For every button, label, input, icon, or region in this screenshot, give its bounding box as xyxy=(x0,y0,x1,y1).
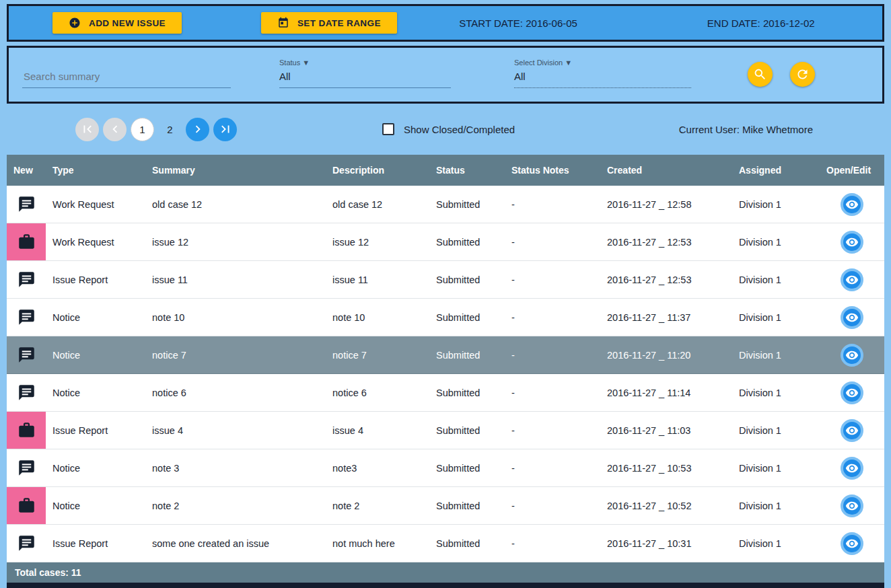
status-notes-cell: - xyxy=(505,449,600,487)
status-notes-cell: - xyxy=(505,261,600,299)
new-cell xyxy=(7,299,46,336)
eye-icon xyxy=(845,311,859,324)
status-cell: Submitted xyxy=(429,186,505,223)
assigned-cell: Division 1 xyxy=(732,374,820,412)
assigned-cell: Division 1 xyxy=(732,336,820,374)
open-edit-cell xyxy=(820,374,884,412)
summary-cell: notice 6 xyxy=(145,374,326,412)
table-row[interactable]: Issue Report issue 4 issue 4 Submitted -… xyxy=(7,412,884,449)
search-button[interactable] xyxy=(748,62,773,87)
briefcase-icon xyxy=(7,487,46,524)
open-edit-button[interactable] xyxy=(841,231,863,254)
set-date-range-button[interactable]: SET DATE RANGE xyxy=(261,12,397,34)
open-edit-button[interactable] xyxy=(841,457,863,480)
prev-page-button[interactable] xyxy=(103,118,127,141)
open-edit-button[interactable] xyxy=(841,532,863,555)
first-page-icon xyxy=(80,122,95,137)
search-icon xyxy=(753,67,767,81)
col-header-assigned: Assigned xyxy=(732,155,820,186)
table-row[interactable]: Work Request issue 12 issue 12 Submitted… xyxy=(7,223,884,261)
table-row[interactable]: Notice notice 6 notice 6 Submitted - 201… xyxy=(7,374,884,412)
status-notes-cell: - xyxy=(505,525,600,562)
next-page-button[interactable] xyxy=(186,118,209,141)
end-date-label: END DATE: 2016-12-02 xyxy=(639,17,882,29)
status-cell: Submitted xyxy=(429,261,505,299)
refresh-button[interactable] xyxy=(790,62,815,87)
type-cell: Work Request xyxy=(46,186,145,223)
open-edit-button[interactable] xyxy=(841,268,863,291)
open-edit-button[interactable] xyxy=(841,344,863,367)
summary-cell: issue 12 xyxy=(145,223,326,261)
description-cell: issue 4 xyxy=(326,412,429,449)
status-cell: Submitted xyxy=(429,487,505,525)
table-row[interactable]: Notice note 10 note 10 Submitted - 2016-… xyxy=(7,299,884,336)
table-row[interactable]: Notice note 2 note 2 Submitted - 2016-11… xyxy=(7,487,884,525)
status-notes-cell: - xyxy=(505,336,600,374)
chat-icon xyxy=(7,186,46,223)
show-closed-label[interactable]: Show Closed/Completed xyxy=(404,124,515,135)
eye-icon xyxy=(845,499,859,513)
open-edit-cell xyxy=(820,186,884,223)
status-notes-cell: - xyxy=(505,299,600,336)
table-row[interactable]: Notice note 3 note3 Submitted - 2016-11-… xyxy=(7,449,884,487)
description-cell: note 2 xyxy=(326,487,429,525)
chat-icon xyxy=(7,299,46,336)
type-cell: Work Request xyxy=(46,223,145,261)
page-1-button[interactable]: 1 xyxy=(131,118,154,141)
summary-cell: note 10 xyxy=(145,299,326,336)
show-closed-checkbox-group: Show Closed/Completed xyxy=(382,123,515,135)
eye-icon xyxy=(845,537,859,550)
new-cell xyxy=(7,223,46,261)
eye-icon xyxy=(845,424,859,437)
briefcase-icon xyxy=(7,412,46,449)
col-header-status-notes: Status Notes xyxy=(505,155,600,186)
last-page-button[interactable] xyxy=(213,118,237,141)
type-cell: Issue Report xyxy=(46,525,145,562)
page-2-button[interactable]: 2 xyxy=(158,118,182,141)
summary-cell: note 3 xyxy=(145,449,326,487)
prev-page-icon xyxy=(108,122,122,137)
status-filter-value[interactable]: All xyxy=(279,71,451,87)
first-page-button[interactable] xyxy=(75,118,99,141)
assigned-cell: Division 1 xyxy=(732,449,820,487)
created-cell: 2016-11-27 _ 10:53 xyxy=(600,449,732,487)
new-cell xyxy=(7,525,46,562)
division-filter-dropdown[interactable]: Select Division ▼ All xyxy=(514,59,691,88)
table-row[interactable]: Work Request old case 12 old case 12 Sub… xyxy=(7,186,884,223)
summary-cell: old case 12 xyxy=(145,186,326,223)
status-notes-cell: - xyxy=(505,186,600,223)
table-row[interactable]: Issue Report issue 11 issue 11 Submitted… xyxy=(7,261,884,299)
open-edit-button[interactable] xyxy=(841,193,863,216)
open-edit-cell xyxy=(820,449,884,487)
open-edit-button[interactable] xyxy=(841,419,863,442)
created-cell: 2016-11-27 _ 12:53 xyxy=(600,261,732,299)
new-cell xyxy=(7,449,46,487)
open-edit-button[interactable] xyxy=(841,381,863,404)
open-edit-button[interactable] xyxy=(841,306,863,329)
chat-icon xyxy=(7,261,46,298)
col-header-open-edit: Open/Edit xyxy=(820,155,884,186)
table-row[interactable]: Issue Report some one created an issue n… xyxy=(7,525,884,562)
chat-icon xyxy=(7,449,46,486)
status-notes-cell: - xyxy=(505,223,600,261)
col-header-created: Created xyxy=(600,155,732,186)
status-filter-dropdown[interactable]: Status ▼ All xyxy=(279,59,451,88)
status-notes-cell: - xyxy=(505,487,600,525)
assigned-cell: Division 1 xyxy=(732,261,820,299)
eye-icon xyxy=(845,273,859,287)
type-cell: Notice xyxy=(46,374,145,412)
division-filter-value[interactable]: All xyxy=(514,71,691,87)
current-user-label: Current User: Mike Whetmore xyxy=(679,124,813,135)
status-cell: Submitted xyxy=(429,374,505,412)
search-summary-input[interactable] xyxy=(22,68,231,88)
show-closed-checkbox[interactable] xyxy=(382,123,394,135)
open-edit-button[interactable] xyxy=(841,494,863,517)
eye-icon xyxy=(845,462,859,475)
top-action-bar: ADD NEW ISSUE SET DATE RANGE START DATE:… xyxy=(7,4,884,42)
chat-icon xyxy=(7,374,46,411)
table-row[interactable]: Notice notice 7 notice 7 Submitted - 201… xyxy=(7,336,884,374)
add-new-issue-button[interactable]: ADD NEW ISSUE xyxy=(52,12,182,34)
assigned-cell: Division 1 xyxy=(732,412,820,449)
eye-icon xyxy=(845,386,859,400)
refresh-icon xyxy=(795,67,810,81)
